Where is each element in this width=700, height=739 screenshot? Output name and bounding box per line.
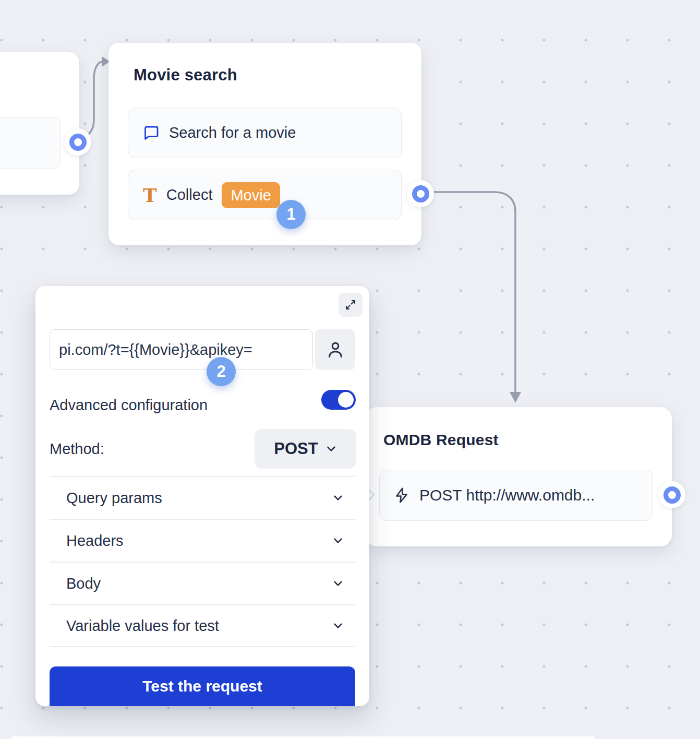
- message-block-label: Search for a movie: [169, 124, 296, 141]
- advanced-configuration-label: Advanced configuration: [50, 397, 208, 414]
- url-input[interactable]: pi.com/?t={{Movie}}&apikey=: [50, 329, 313, 370]
- person-icon: [325, 340, 345, 360]
- section-label: Body: [66, 575, 101, 592]
- section-variable-values[interactable]: Variable values for test: [50, 604, 355, 647]
- output-connector-partial-card[interactable]: [64, 128, 91, 156]
- chevron-down-icon: [325, 443, 337, 455]
- webhook-block-label: POST http://www.omdb...: [419, 486, 595, 504]
- node-title: Movie search: [134, 66, 237, 85]
- section-body[interactable]: Body: [50, 562, 355, 604]
- section-query-params[interactable]: Query params: [50, 476, 355, 519]
- partial-node-item[interactable]: [0, 117, 61, 169]
- variable-chip[interactable]: Movie: [222, 182, 280, 208]
- output-connector-omdb[interactable]: [658, 481, 685, 508]
- section-label: Variable values for test: [66, 617, 219, 635]
- edge-arrowhead-down-icon: [510, 392, 521, 403]
- connector-ring-icon: [412, 185, 429, 202]
- section-headers[interactable]: Headers: [50, 519, 355, 562]
- chevron-down-icon: [332, 578, 344, 589]
- chevron-down-icon: [332, 535, 344, 546]
- partial-node-card[interactable]: [0, 52, 79, 195]
- method-select[interactable]: POST: [255, 429, 356, 469]
- webhook-config-panel: pi.com/?t={{Movie}}&apikey= 2 Advanced c…: [35, 286, 369, 706]
- connector-ring-icon: [69, 134, 87, 151]
- expand-button[interactable]: [339, 293, 363, 317]
- step-badge-2: 2: [207, 357, 236, 386]
- collect-block[interactable]: T Collect Movie: [128, 170, 402, 220]
- method-label: Method:: [50, 440, 104, 458]
- offscreen-card-edge: [11, 736, 595, 739]
- flow-canvas[interactable]: Movie search Search for a movie T Collec…: [0, 0, 700, 739]
- url-input-value: pi.com/?t={{Movie}}&apikey=: [50, 341, 252, 359]
- section-label: Query params: [66, 490, 162, 507]
- text-input-icon: T: [143, 187, 157, 203]
- collect-block-label: Collect: [166, 186, 213, 204]
- method-value: POST: [274, 439, 318, 458]
- chat-bubble-icon: [143, 125, 160, 141]
- expand-icon: [344, 299, 357, 311]
- chevron-down-icon: [332, 492, 344, 504]
- advanced-configuration-toggle[interactable]: [321, 390, 356, 410]
- omdb-request-node[interactable]: OMDB Request POST http://www.omdb...: [365, 407, 672, 546]
- webhook-block[interactable]: POST http://www.omdb...: [379, 470, 653, 521]
- lightning-icon: [393, 487, 410, 504]
- config-sections: Query params Headers Body Variable value…: [50, 476, 355, 647]
- node-title: OMDB Request: [383, 431, 499, 449]
- test-request-button[interactable]: Test the request: [50, 666, 355, 706]
- movie-search-node[interactable]: Movie search Search for a movie T Collec…: [108, 43, 421, 245]
- edge-into-movie-search: [79, 62, 102, 140]
- toggle-knob: [338, 392, 354, 408]
- step-badge-1: 1: [276, 200, 306, 229]
- section-label: Headers: [66, 532, 124, 550]
- edge-movie-to-omdb: [432, 192, 515, 392]
- output-connector-movie-search[interactable]: [407, 180, 434, 207]
- user-variable-button[interactable]: [315, 329, 355, 370]
- message-block[interactable]: Search for a movie: [128, 108, 402, 158]
- chevron-down-icon: [332, 620, 344, 631]
- connector-ring-icon: [663, 486, 681, 504]
